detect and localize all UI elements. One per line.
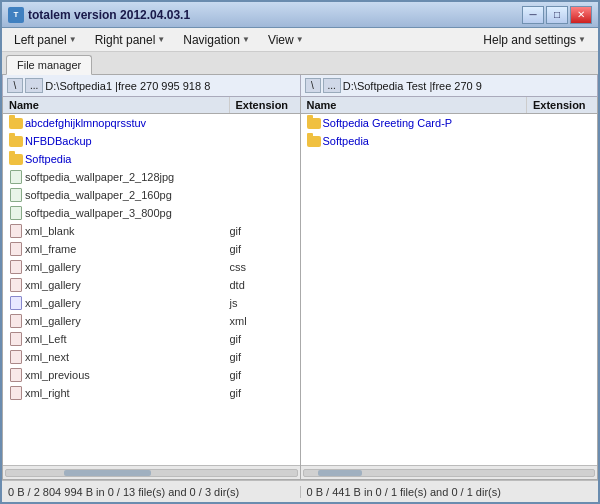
right-panel-scrollbar[interactable]: [301, 465, 598, 479]
left-col-name[interactable]: Name: [3, 97, 230, 113]
list-item[interactable]: xml_previous gif: [3, 366, 300, 384]
address-row: \ ... D:\Softpedia1 |free 270 995 918 8 …: [2, 75, 598, 97]
right-scroll-thumb: [318, 470, 362, 476]
right-path: D:\Softpedia Test |free 270 9: [343, 80, 593, 92]
right-scroll-track: [303, 469, 596, 477]
image-file-icon: [7, 187, 25, 203]
list-item[interactable]: softpedia_wallpaper_2_160pg: [3, 186, 300, 204]
list-item[interactable]: xml_Left gif: [3, 330, 300, 348]
right-address-bar: \ ... D:\Softpedia Test |free 270 9: [301, 75, 599, 97]
list-item[interactable]: Softpedia: [301, 132, 598, 150]
window-title: totalem version 2012.04.03.1: [28, 8, 522, 22]
menu-navigation[interactable]: Navigation ▼: [175, 31, 258, 49]
list-item[interactable]: xml_right gif: [3, 384, 300, 402]
right-panel: Name Extension Softpedia Greeting Card-P…: [301, 97, 599, 480]
xml-file-icon: [7, 223, 25, 239]
folder-icon: [305, 115, 323, 131]
right-panel-header: Name Extension: [301, 97, 598, 114]
right-col-ext[interactable]: Extension: [527, 97, 597, 113]
list-item[interactable]: xml_gallery js: [3, 294, 300, 312]
folder-icon: [7, 115, 25, 131]
list-item[interactable]: xml_gallery dtd: [3, 276, 300, 294]
title-bar: T totalem version 2012.04.03.1 ─ □ ✕: [2, 2, 598, 28]
left-path: D:\Softpedia1 |free 270 995 918 8: [45, 80, 295, 92]
xml-file-icon: [7, 277, 25, 293]
left-status: 0 B / 2 804 994 B in 0 / 13 file(s) and …: [2, 486, 301, 498]
left-scroll-track: [5, 469, 298, 477]
menu-left-panel[interactable]: Left panel ▼: [6, 31, 85, 49]
left-panel-scrollbar[interactable]: [3, 465, 300, 479]
menu-help-settings[interactable]: Help and settings ▼: [475, 31, 594, 49]
chevron-down-icon: ▼: [69, 35, 77, 44]
list-item[interactable]: Softpedia Greeting Card-P: [301, 114, 598, 132]
left-panel-content[interactable]: abcdefghijklmnopqrsstuv NFBDBackup Softp…: [3, 114, 300, 465]
folder-icon: [7, 133, 25, 149]
xml-file-icon: [7, 349, 25, 365]
list-item[interactable]: softpedia_wallpaper_2_128jpg: [3, 168, 300, 186]
close-button[interactable]: ✕: [570, 6, 592, 24]
tab-bar: File manager: [2, 52, 598, 75]
app-icon: T: [8, 7, 24, 23]
list-item[interactable]: NFBDBackup: [3, 132, 300, 150]
xml-file-icon: [7, 313, 25, 329]
list-item[interactable]: xml_blank gif: [3, 222, 300, 240]
chevron-down-icon: ▼: [578, 35, 586, 44]
list-item[interactable]: Softpedia: [3, 150, 300, 168]
left-address-bar: \ ... D:\Softpedia1 |free 270 995 918 8: [2, 75, 301, 97]
left-scroll-thumb: [64, 470, 151, 476]
folder-icon: [7, 151, 25, 167]
right-status: 0 B / 441 B in 0 / 1 file(s) and 0 / 1 d…: [301, 486, 599, 498]
list-item[interactable]: xml_gallery css: [3, 258, 300, 276]
main-window: T totalem version 2012.04.03.1 ─ □ ✕ Lef…: [0, 0, 600, 504]
xml-file-icon: [7, 259, 25, 275]
list-item[interactable]: abcdefghijklmnopqrsstuv: [3, 114, 300, 132]
image-file-icon: [7, 205, 25, 221]
right-col-name[interactable]: Name: [301, 97, 528, 113]
list-item[interactable]: xml_next gif: [3, 348, 300, 366]
right-back-button[interactable]: \: [305, 78, 321, 93]
menu-bar: Left panel ▼ Right panel ▼ Navigation ▼ …: [2, 28, 598, 52]
folder-icon: [305, 133, 323, 149]
list-item[interactable]: softpedia_wallpaper_3_800pg: [3, 204, 300, 222]
left-panel: Name Extension abcdefghijklmnopqrsstuv N…: [2, 97, 301, 480]
right-panel-content[interactable]: Softpedia Greeting Card-P Softpedia: [301, 114, 598, 465]
list-item[interactable]: xml_gallery xml: [3, 312, 300, 330]
chevron-down-icon: ▼: [296, 35, 304, 44]
status-bar: 0 B / 2 804 994 B in 0 / 13 file(s) and …: [2, 480, 598, 502]
left-col-ext[interactable]: Extension: [230, 97, 300, 113]
menu-right-panel[interactable]: Right panel ▼: [87, 31, 174, 49]
image-file-icon: [7, 169, 25, 185]
list-item[interactable]: xml_frame gif: [3, 240, 300, 258]
panels-area: \ ... D:\Softpedia1 |free 270 995 918 8 …: [2, 75, 598, 502]
tab-file-manager[interactable]: File manager: [6, 55, 92, 75]
minimize-button[interactable]: ─: [522, 6, 544, 24]
left-panel-header: Name Extension: [3, 97, 300, 114]
left-up-button[interactable]: ...: [25, 78, 43, 93]
chevron-down-icon: ▼: [242, 35, 250, 44]
xml-file-icon: [7, 241, 25, 257]
maximize-button[interactable]: □: [546, 6, 568, 24]
xml-file-icon: [7, 331, 25, 347]
window-controls: ─ □ ✕: [522, 6, 592, 24]
xml-file-icon: [7, 367, 25, 383]
dual-panels: Name Extension abcdefghijklmnopqrsstuv N…: [2, 97, 598, 480]
left-back-button[interactable]: \: [7, 78, 23, 93]
chevron-down-icon: ▼: [157, 35, 165, 44]
code-file-icon: [7, 295, 25, 311]
menu-view[interactable]: View ▼: [260, 31, 312, 49]
right-up-button[interactable]: ...: [323, 78, 341, 93]
xml-file-icon: [7, 385, 25, 401]
